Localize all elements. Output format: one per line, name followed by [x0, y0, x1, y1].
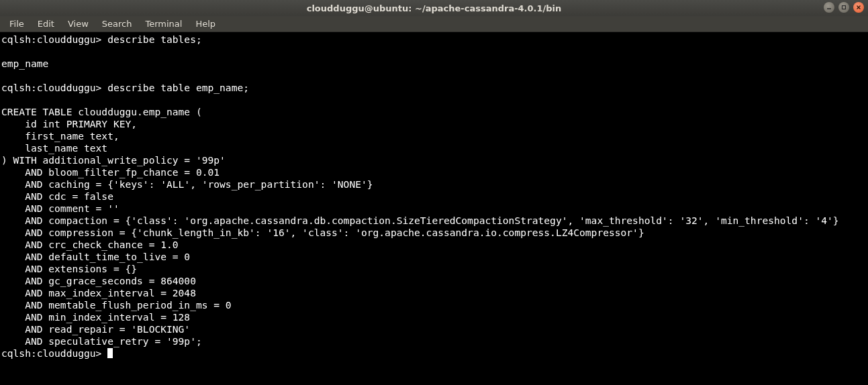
terminal-line: AND default_time_to_live = 0	[1, 251, 190, 262]
terminal-line: AND gc_grace_seconds = 864000	[1, 275, 196, 286]
terminal-line: id int PRIMARY KEY,	[1, 118, 137, 129]
minimize-icon	[826, 5, 832, 10]
close-icon	[856, 5, 861, 10]
terminal-line: last_name text	[1, 142, 107, 154]
terminal-line: AND speculative_retry = '99p';	[1, 335, 202, 347]
terminal-line: AND read_repair = 'BLOCKING'	[1, 323, 190, 335]
terminal-line: AND max_index_interval = 2048	[1, 287, 196, 298]
menu-terminal[interactable]: Terminal	[138, 17, 189, 31]
terminal-prompt: cqlsh:cloudduggu>	[1, 347, 107, 359]
window-title: cloudduggu@ubuntu: ~/apache-cassandra-4.…	[307, 3, 562, 13]
terminal-line: AND bloom_filter_fp_chance = 0.01	[1, 166, 220, 178]
terminal-line: first_name text,	[1, 130, 119, 142]
window-titlebar: cloudduggu@ubuntu: ~/apache-cassandra-4.…	[0, 0, 868, 16]
minimize-button[interactable]	[824, 2, 834, 13]
svg-rect-1	[842, 6, 846, 9]
terminal-line: AND comment = ''	[1, 203, 119, 214]
terminal-line: AND compression = {'chunk_length_in_kb':…	[1, 227, 644, 238]
terminal-line: cqlsh:cloudduggu> describe table emp_nam…	[1, 82, 249, 93]
terminal-line: CREATE TABLE cloudduggu.emp_name (	[1, 106, 202, 117]
close-button[interactable]	[853, 2, 864, 13]
window-controls	[824, 2, 864, 13]
terminal-line: ) WITH additional_write_policy = '99p'	[1, 154, 226, 166]
terminal-line: AND crc_check_chance = 1.0	[1, 239, 179, 250]
terminal-output[interactable]: cqlsh:cloudduggu> describe tables; emp_n…	[0, 32, 868, 361]
terminal-line: cqlsh:cloudduggu> describe tables;	[1, 34, 202, 45]
menu-view[interactable]: View	[61, 17, 95, 31]
maximize-button[interactable]	[838, 2, 849, 13]
menu-bar: File Edit View Search Terminal Help	[0, 16, 868, 32]
maximize-icon	[841, 5, 847, 10]
terminal-line: AND caching = {'keys': 'ALL', 'rows_per_…	[1, 178, 373, 190]
terminal-cursor	[107, 348, 113, 358]
menu-help[interactable]: Help	[189, 17, 222, 31]
menu-edit[interactable]: Edit	[31, 17, 61, 31]
terminal-line: AND min_index_interval = 128	[1, 311, 190, 323]
terminal-line: AND cdc = false	[1, 190, 113, 202]
terminal-line: emp_name	[1, 58, 48, 69]
terminal-line: AND compaction = {'class': 'org.apache.c…	[1, 215, 839, 226]
menu-file[interactable]: File	[3, 17, 31, 31]
terminal-line: AND memtable_flush_period_in_ms = 0	[1, 299, 232, 311]
terminal-line: AND extensions = {}	[1, 263, 137, 274]
menu-search[interactable]: Search	[95, 17, 139, 31]
